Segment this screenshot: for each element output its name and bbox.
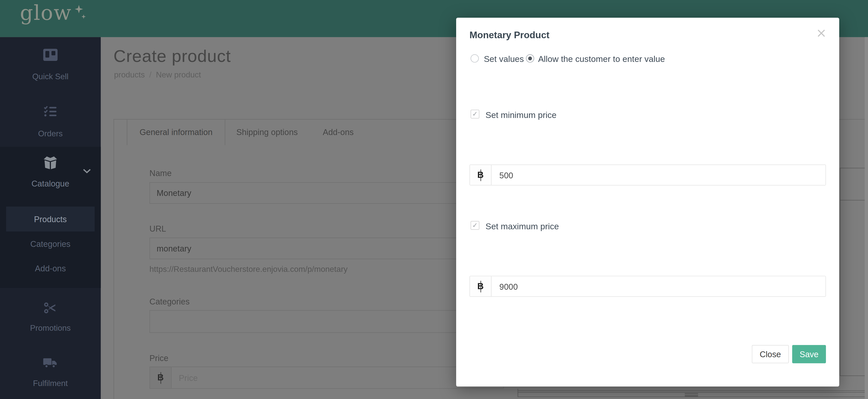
max-price-input-group: B: [469, 276, 826, 297]
modal-title: Monetary Product: [469, 30, 549, 41]
name-label: Name: [150, 168, 172, 178]
value-mode-options: Set values Allow the customer to enter v…: [456, 53, 839, 64]
close-icon[interactable]: ×: [816, 26, 827, 40]
min-price-input[interactable]: [492, 165, 826, 185]
price-label: Price: [150, 354, 168, 363]
sidebar-item-label[interactable]: Promotions: [0, 323, 101, 332]
breadcrumb-separator: /: [149, 70, 152, 79]
app-viewport: glow Quick Sell Orders Catalogue Product…: [0, 0, 868, 399]
board-icon: [43, 49, 58, 61]
scissors-icon: [44, 301, 57, 314]
save-button[interactable]: Save: [792, 345, 826, 363]
checkbox-label[interactable]: Set minimum price: [486, 110, 557, 120]
open-box-icon: [42, 156, 59, 170]
baht-currency-icon: B: [150, 367, 172, 388]
sidebar-item-label[interactable]: Catalogue: [0, 179, 101, 188]
close-button[interactable]: Close: [752, 345, 789, 363]
sidebar-item-fulfilment[interactable]: [0, 357, 101, 371]
scrollbar[interactable]: [865, 37, 868, 399]
checkbox-set-maximum-price[interactable]: ✓: [470, 221, 479, 230]
sidebar-item-label[interactable]: Fulfilment: [0, 379, 101, 388]
breadcrumb: products/New product: [114, 70, 201, 79]
breadcrumb-item[interactable]: products: [114, 70, 145, 79]
radio-allow-customer-value[interactable]: [526, 54, 534, 63]
min-price-input-group: B: [469, 164, 826, 186]
radio-label[interactable]: Set values: [484, 54, 524, 64]
sidebar-item-quick-sell[interactable]: [0, 49, 101, 63]
checkbox-set-minimum-price[interactable]: ✓: [470, 110, 479, 119]
checkbox-label[interactable]: Set maximum price: [486, 221, 559, 232]
categories-input[interactable]: [150, 310, 504, 333]
tab-general-information[interactable]: General information: [127, 119, 225, 145]
radio-label[interactable]: Allow the customer to enter value: [538, 54, 665, 64]
checklist-icon: [44, 106, 57, 117]
sidebar-item-add-ons[interactable]: Add-ons: [0, 264, 101, 273]
price-input-group: B: [150, 367, 504, 389]
glow-logo: glow: [20, 1, 71, 25]
name-input[interactable]: [150, 182, 504, 204]
panel-divider: [840, 200, 865, 201]
sidebar-item-promotions[interactable]: [0, 301, 101, 317]
sidebar-item-label[interactable]: Orders: [0, 129, 101, 138]
tab-shipping-options[interactable]: Shipping options: [236, 119, 298, 145]
truck-icon: [43, 357, 58, 369]
sidebar-item-label[interactable]: Quick Sell: [0, 72, 101, 81]
min-price-row: ✓ Set minimum price: [456, 110, 839, 121]
tab-add-ons[interactable]: Add-ons: [323, 119, 353, 145]
baht-currency-icon: B: [470, 165, 492, 185]
grip-icon: [685, 393, 698, 397]
panel-border: [518, 390, 865, 391]
sparkle-icon: [82, 14, 86, 19]
card-border: [114, 119, 114, 399]
page-title: Create product: [114, 47, 231, 66]
max-price-row: ✓ Set maximum price: [456, 221, 839, 232]
url-input[interactable]: [150, 238, 504, 259]
sidebar-item-categories[interactable]: Categories: [0, 239, 101, 249]
side-panel-partial: [840, 168, 865, 376]
sidebar-item-products[interactable]: Products: [6, 207, 95, 232]
price-input[interactable]: [172, 367, 503, 388]
sparkle-icon: [74, 5, 83, 13]
max-price-input[interactable]: [492, 276, 826, 296]
resize-handle-bar[interactable]: [518, 392, 865, 397]
breadcrumb-item: New product: [156, 70, 201, 79]
categories-label: Categories: [150, 297, 190, 306]
url-preview: https://RestaurantVoucherstore.enjovia.c…: [150, 265, 348, 274]
baht-currency-icon: B: [470, 276, 492, 296]
sidebar: Quick Sell Orders Catalogue Products Cat…: [0, 37, 101, 399]
radio-set-values[interactable]: [470, 54, 479, 63]
monetary-product-modal: Monetary Product × Set values Allow the …: [456, 18, 839, 387]
url-label: URL: [150, 224, 166, 233]
sidebar-item-orders[interactable]: [0, 106, 101, 119]
chevron-down-icon[interactable]: [83, 169, 91, 173]
sidebar-section-catalogue: Catalogue Products Categories Add-ons: [0, 147, 101, 288]
